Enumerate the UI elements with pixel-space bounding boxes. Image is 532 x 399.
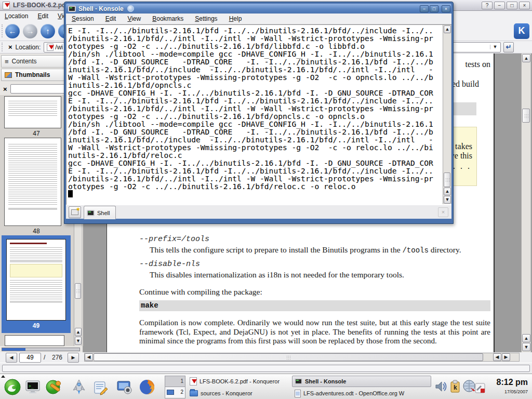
hscrollbar-thumb[interactable]: [94, 353, 483, 361]
terminal-line: E -I. -I../../binutils-2.16.1/bfd -I../.…: [68, 97, 441, 104]
hscroll-left-button[interactable]: ◀: [85, 353, 93, 361]
konsole-tabbar: ★ Shell ×: [66, 205, 451, 219]
desktop-pager[interactable]: 1 2: [165, 376, 185, 398]
task-shell-konsole[interactable]: Shell - Konsole: [292, 376, 431, 387]
go-button[interactable]: ↵: [503, 42, 514, 52]
menu-edit[interactable]: Edit: [100, 15, 122, 22]
new-session-button[interactable]: ★: [69, 206, 81, 218]
thumbnail-page-47[interactable]: [4, 96, 61, 128]
yast-launcher-button[interactable]: [44, 378, 63, 396]
pdf-scroll-down-button[interactable]: ▼: [522, 343, 530, 351]
menu-location[interactable]: Location: [0, 12, 33, 20]
option-term-prefix: --prefix=/tools: [139, 235, 490, 244]
total-pages: 276: [48, 354, 66, 361]
pdf-vscrollbar-thumb[interactable]: [522, 109, 530, 123]
menu-settings[interactable]: Settings: [189, 15, 223, 22]
terminal-line: /binutils-2.16.1/bfd/../intl -I../intl -…: [68, 34, 441, 42]
close-button[interactable]: ×: [519, 2, 530, 9]
suse-menu-button[interactable]: [3, 378, 22, 396]
klipper-tray-icon[interactable]: k: [449, 380, 461, 393]
terminal-output[interactable]: E -I. -I../../binutils-2.16.1/bfd -I../.…: [66, 24, 451, 205]
menu-session[interactable]: Session: [66, 15, 100, 22]
terminal-line: /binutils-2.16.1/bfd/../intl -I../intl -…: [68, 104, 441, 112]
locationbar-handle[interactable]: [2, 43, 4, 51]
terminal-line: ototypes -g -O2 -c ../../binutils-2.16.1…: [68, 112, 441, 120]
location-dropdown-icon[interactable]: ▼: [490, 45, 499, 49]
terminal-line: E -I. -I../../binutils-2.16.1/bfd -I../.…: [68, 26, 441, 34]
contents-icon: ≡: [5, 58, 9, 65]
up-button[interactable]: ↑: [41, 24, 55, 38]
ksnapshot-launcher-button[interactable]: [115, 378, 134, 396]
code-make: make: [139, 300, 490, 311]
clear-location-icon[interactable]: ×: [8, 43, 12, 51]
svg-text:k: k: [454, 384, 457, 391]
konsole-scroll-up-button[interactable]: ▲: [444, 25, 451, 33]
menu-edit[interactable]: Edit: [33, 12, 53, 20]
konsole-minimize-button[interactable]: −: [420, 5, 429, 12]
thumbnail-page-50-partial[interactable]: [5, 335, 64, 346]
terminal-line: W -Wall -Wstrict-prototypes -Wmissing-pr…: [68, 73, 441, 81]
shell-tab-label: Shell: [97, 210, 110, 216]
konsole-task-icon: [295, 378, 302, 384]
screenshot-icon: [115, 378, 133, 396]
terminal-line: gcc -DHAVE_CONFIG_H -I. -I../../binutils…: [68, 159, 441, 167]
menu-help[interactable]: Help: [223, 15, 248, 22]
konsole-launcher-button[interactable]: >_: [23, 378, 42, 396]
task-lfs-book-pdf[interactable]: LFS-BOOK-6.2.pdf - Konqueror: [187, 376, 291, 387]
thumb-scroll-up-button[interactable]: ▲: [75, 328, 82, 336]
clear-search-icon[interactable]: ×: [3, 85, 7, 93]
pager-desktop-1[interactable]: 1: [165, 376, 185, 387]
kde-gear-emblem: [127, 5, 134, 12]
thumbnail-scrollbar-thumb[interactable]: [75, 283, 81, 299]
menu-view[interactable]: View: [122, 15, 147, 22]
launcher-rocket-button[interactable]: [70, 378, 88, 396]
pdf-horizontal-scrollbar[interactable]: ◀ ◀ ▶: [84, 353, 520, 362]
pager-desktop-2[interactable]: 2: [165, 387, 185, 398]
clock[interactable]: 8:12 pm 17/05/2007: [480, 378, 528, 394]
volume-tray-icon[interactable]: [434, 380, 448, 393]
konsole-window-icon: [68, 6, 76, 12]
thumb-scroll-down-button[interactable]: ▼: [75, 337, 82, 345]
tab-shell[interactable]: Shell: [84, 206, 116, 219]
konsole-titlebar[interactable]: Shell - Konsole − □ ×: [66, 4, 451, 14]
menu-bookmarks[interactable]: Bookmarks: [147, 15, 189, 22]
clock-time: 8:12 pm: [480, 378, 528, 387]
current-page-field[interactable]: 49: [19, 353, 41, 363]
writer-launcher-button[interactable]: [91, 378, 110, 396]
konsole-scroll-down-button[interactable]: ▼: [444, 196, 451, 204]
konsole-maximize-button[interactable]: □: [430, 5, 438, 12]
konsole-scrollbar-thumb[interactable]: [444, 172, 450, 187]
note-line-3: . . .: [453, 162, 471, 171]
task-lfs-adventures-odt[interactable]: LFS-adventures.odt - OpenOffice.org W: [292, 388, 431, 399]
konsole-window-title: Shell - Konsole: [78, 5, 124, 12]
terminal-line: inutils-2.16.1/bfd/../include -I../../bi…: [68, 136, 441, 143]
pdf-fragment-build: ed build: [452, 79, 479, 89]
toolbar-handle[interactable]: [2, 24, 4, 38]
thumbnail-progressbar: [2, 348, 80, 351]
pdf-vertical-scrollbar[interactable]: ▲ ▲ ▼: [521, 54, 531, 352]
next-page-button[interactable]: ▶: [68, 353, 79, 363]
contents-label: Contents: [12, 58, 37, 65]
konsole-scroll-up2-button[interactable]: ▲: [444, 188, 451, 195]
konqueror-window-title: LFS-BOOK-6.2.pdf -: [13, 2, 72, 9]
pdf-scroll-up2-button[interactable]: ▲: [522, 334, 530, 342]
konsole-close-button[interactable]: ×: [442, 5, 450, 12]
paragraph-compilation: Compilation is now complete. Ordinarily …: [139, 318, 490, 346]
thumbnail-page-48[interactable]: [4, 138, 61, 226]
previous-page-button[interactable]: ◀: [6, 353, 17, 363]
firefox-launcher-button[interactable]: [138, 378, 156, 396]
hscroll-right-button[interactable]: ▶: [502, 353, 510, 361]
terminal-line: /bin/sh ./libtool --mode=compile gcc -DH…: [68, 120, 441, 128]
pdf-scroll-up-button[interactable]: ▲: [522, 54, 530, 62]
hscroll-left2-button[interactable]: ◀: [493, 353, 501, 361]
terminal-line: E -I. -I../../binutils-2.16.1/bfd -I../.…: [68, 167, 441, 175]
konsole-scrollbar[interactable]: ▲ ▲ ▼: [443, 25, 451, 204]
terminal-line: W -Wall -Wstrict-prototypes -Wmissing-pr…: [68, 143, 441, 151]
option-term-nls: --disable-nls: [139, 260, 490, 269]
back-button[interactable]: ←: [5, 24, 20, 38]
maximize-button[interactable]: □: [507, 2, 517, 9]
thumbnail-page-49-selected[interactable]: 49: [2, 235, 71, 333]
help-button[interactable]: ?: [482, 2, 493, 9]
minimize-button[interactable]: −: [494, 2, 505, 9]
task-sources-konqueror[interactable]: sources - Konqueror: [187, 388, 291, 399]
